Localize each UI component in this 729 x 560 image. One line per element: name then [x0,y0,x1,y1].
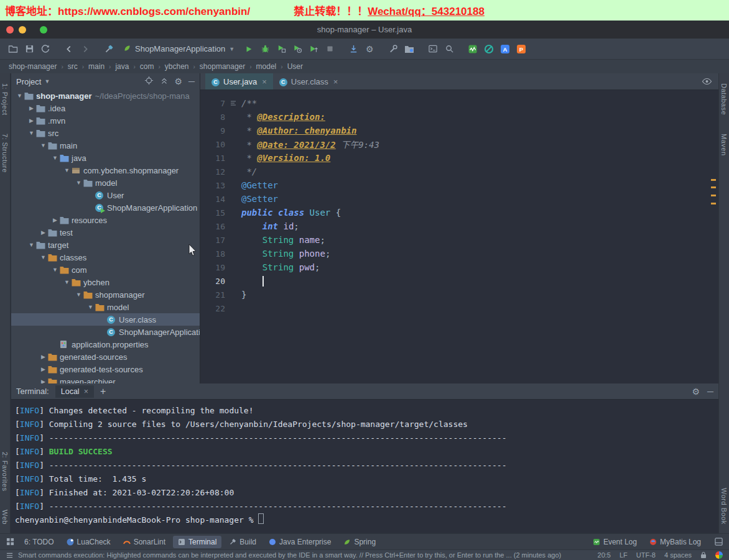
terminal-tab-local[interactable]: Local × [55,385,94,398]
breadcrumb-item[interactable]: com [140,62,154,71]
tool-window-button[interactable]: MyBatis Log [644,536,706,548]
line-number[interactable]: 14 [200,195,225,204]
tree-row[interactable]: CUser [11,189,200,201]
tree-expand-arrow[interactable]: ▶ [39,379,48,383]
synchronize-icon[interactable] [37,41,53,57]
tool-window-button[interactable]: 6: TODO [19,536,59,548]
tree-row[interactable]: CUser.class [11,313,200,326]
project-view-selector[interactable]: Project [16,77,41,86]
line-number[interactable]: 15 [200,208,225,218]
tree-expand-arrow[interactable]: ▼ [62,167,72,173]
tree-row[interactable]: application.properties [11,338,200,351]
tree-row[interactable]: ▶maven-archiver [11,375,200,383]
alibaba-guidelines-icon[interactable]: P [513,41,529,57]
tool-window-button[interactable]: LuaCheck [62,536,116,548]
line-number[interactable]: 9 [200,126,225,135]
dock-layout-icon[interactable] [715,538,723,546]
tool-window-stripe-button[interactable]: 1: Project [1,83,9,115]
editor-tab[interactable]: CUser.class× [273,73,345,90]
tree-row[interactable]: ▼classes [11,251,200,264]
breadcrumb-item[interactable]: ybchen [165,62,189,71]
translate-status-icon[interactable] [715,551,723,559]
line-number[interactable]: 12 [200,167,225,177]
line-number[interactable]: 11 [200,154,225,163]
minimize-window-button[interactable] [19,26,26,34]
search-everywhere-icon[interactable] [441,41,457,57]
breadcrumb-item[interactable]: main [88,62,104,71]
window-grid-icon[interactable] [6,538,14,546]
run-configuration-select[interactable]: ShopManagerApplication ▼ [123,44,234,54]
tree-row[interactable]: ▶generated-sources [11,351,200,363]
build-hammer-icon[interactable] [101,41,117,57]
line-number[interactable]: 18 [200,249,225,259]
status-hamburger-icon[interactable] [6,552,13,559]
breadcrumb-item[interactable]: java [115,62,129,71]
file-encoding[interactable]: UTF-8 [636,551,656,559]
wrench-icon[interactable] [385,41,401,57]
tree-expand-arrow[interactable]: ▶ [27,105,36,111]
tree-expand-arrow[interactable]: ▼ [62,279,72,285]
tree-row[interactable]: CShopManagerApplication [11,201,200,214]
tree-row[interactable]: ▼shop-manager ~/IdeaProjects/shop-mana [11,90,200,102]
line-number[interactable]: 21 [200,290,225,300]
console-icon[interactable] [425,41,441,57]
tree-expand-arrow[interactable]: ▼ [86,304,95,310]
collapse-all-icon[interactable] [160,76,169,87]
change-marker[interactable] [711,179,716,181]
tool-window-button[interactable]: Terminal [173,536,221,548]
line-number[interactable]: 10 [200,140,225,149]
tree-row[interactable]: ▼com [11,264,200,276]
tool-window-stripe-button[interactable]: Maven [720,134,728,156]
tree-row[interactable]: ▼java [11,152,200,164]
tree-expand-arrow[interactable]: ▼ [39,254,48,260]
tree-row[interactable]: ▶.idea [11,102,200,114]
tree-expand-arrow[interactable]: ▶ [39,366,48,372]
tool-window-stripe-button[interactable]: Word Book [720,488,728,525]
terminal-output[interactable]: [INFO] Changes detected - recompiling th… [11,400,718,527]
tree-expand-arrow[interactable]: ▶ [39,229,48,236]
write-lock-icon[interactable] [700,551,707,559]
run-with-coverage-button[interactable] [273,41,289,57]
tree-expand-arrow[interactable]: ▼ [74,291,83,298]
debug-button[interactable] [257,41,273,57]
tree-expand-arrow[interactable]: ▼ [74,180,83,186]
project-structure-icon[interactable] [401,41,417,57]
tree-row[interactable]: ▼com.ybchen.shopmanager [11,164,200,177]
attach-profiler-button[interactable] [305,41,322,57]
new-terminal-session-button[interactable]: + [100,386,106,397]
change-marker[interactable] [711,203,716,204]
indent-setting[interactable]: 4 spaces [664,551,692,559]
close-window-button[interactable] [6,26,14,34]
terminal-settings-gear-icon[interactable]: ⚙ [692,387,700,396]
line-number[interactable]: 7 [200,99,225,108]
tree-expand-arrow[interactable]: ▶ [50,217,60,223]
editor-tab[interactable]: CUser.java× [205,73,273,90]
adblocker-icon[interactable] [481,41,497,57]
tree-row[interactable]: ▼model [11,301,200,313]
tool-window-button[interactable]: SonarLint [118,536,170,548]
breadcrumb-item[interactable]: shopmanager [200,62,245,71]
tree-row[interactable]: CShopManagerApplication [11,326,200,338]
profiler-button[interactable] [289,41,305,57]
settings-gear-icon[interactable]: ⚙ [361,41,378,57]
line-number[interactable]: 13 [200,181,225,190]
tool-window-button[interactable]: Event Log [588,536,642,548]
highlighting-level-eye-icon[interactable] [702,73,712,90]
change-marker[interactable] [711,186,716,188]
breadcrumb-item[interactable]: model [256,62,277,71]
back-icon[interactable] [61,41,77,57]
tree-expand-arrow[interactable]: ▶ [27,117,36,124]
update-project-icon[interactable] [345,41,361,57]
tree-row[interactable]: ▶.mvn [11,114,200,127]
line-separator[interactable]: LF [620,551,628,559]
tree-row[interactable]: ▼model [11,177,200,189]
hide-project-panel-icon[interactable]: ─ [188,77,195,86]
tool-window-button[interactable]: Spring [338,536,381,548]
stop-button[interactable] [322,41,338,57]
tree-row[interactable]: ▼shopmanager [11,288,200,301]
tree-expand-arrow[interactable]: ▼ [50,155,60,161]
tree-row[interactable]: ▶test [11,226,200,239]
line-number[interactable]: 17 [200,236,225,245]
save-all-icon[interactable] [21,41,37,57]
open-project-icon[interactable] [5,41,21,57]
